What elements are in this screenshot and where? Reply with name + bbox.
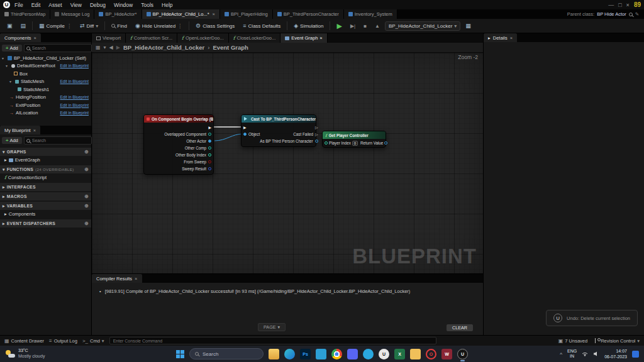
start-button[interactable]: [176, 350, 184, 358]
add-variable-icon[interactable]: [84, 203, 89, 209]
tab-construction-script[interactable]: Construction Scr...: [126, 33, 177, 43]
expander-icon[interactable]: [3, 221, 5, 226]
weather-widget[interactable]: 33°CMostly cloudy: [0, 348, 50, 359]
close-icon[interactable]: [510, 35, 513, 41]
close-icon[interactable]: [34, 35, 36, 41]
component-row-exitposition[interactable]: ExitPositionEdit in Blueprint: [0, 101, 91, 109]
from-sweep-pin[interactable]: [208, 160, 211, 163]
menu-asset[interactable]: Asset: [45, 1, 65, 9]
other-actor-pin[interactable]: [208, 140, 211, 143]
menu-view[interactable]: View: [67, 1, 86, 9]
node-get-player-controller[interactable]: Get Player Controller Player Index 0 Ret…: [322, 131, 386, 148]
diff-button[interactable]: Diff: [77, 21, 101, 30]
expander-icon[interactable]: [4, 211, 7, 217]
vscode-icon[interactable]: [316, 349, 326, 359]
graph-overview-icon[interactable]: [96, 45, 101, 50]
compile-options-icon[interactable]: [67, 23, 72, 29]
simulation-button[interactable]: Simulation: [291, 21, 326, 30]
other-body-index-pin[interactable]: [208, 153, 211, 156]
opera-icon[interactable]: [426, 349, 436, 359]
expander-icon[interactable]: [3, 194, 5, 199]
content-drawer-button[interactable]: Content Drawer: [4, 338, 44, 344]
tab-compiler-results[interactable]: Compiler Results: [92, 274, 142, 283]
edit-in-blueprint-link[interactable]: Edit in Blueprint: [60, 111, 89, 115]
stop-button[interactable]: [360, 22, 370, 30]
chrome-icon[interactable]: [331, 349, 342, 359]
tab-my-blueprint[interactable]: My Blueprint: [0, 126, 40, 134]
components-search[interactable]: [24, 44, 92, 52]
tab-bp-thirdpersoncharacter[interactable]: BP_ThirdPersonCharacter: [273, 9, 344, 19]
expander-icon[interactable]: [6, 63, 9, 68]
compile-button[interactable]: Compile: [36, 21, 75, 30]
graph-canvas[interactable]: Zoom -2 BLUEPRINT On Component Begin Ove…: [92, 53, 483, 273]
tab-inventory-system[interactable]: Inventory_System: [344, 9, 397, 19]
cmd-dropdown[interactable]: Cmd: [82, 338, 104, 344]
section-variables[interactable]: VARIABLES: [0, 202, 91, 210]
player-index-value[interactable]: 0: [352, 141, 358, 146]
close-icon[interactable]: [135, 276, 137, 282]
exec-out-pin[interactable]: [315, 126, 318, 129]
unsaved-button[interactable]: 7 Unsaved: [558, 338, 587, 344]
menu-help[interactable]: Help: [158, 1, 176, 9]
components-search-input[interactable]: [32, 46, 89, 50]
add-new-button[interactable]: Add: [2, 137, 22, 144]
epic-launcher-icon[interactable]: [379, 349, 389, 359]
class-defaults-button[interactable]: Class Defaults: [240, 21, 284, 30]
forward-icon[interactable]: [116, 45, 120, 50]
item-constructionscript[interactable]: ConstructionScript: [0, 173, 91, 182]
hide-unrelated-options-icon[interactable]: [177, 23, 182, 29]
item-eventgraph[interactable]: EventGraph: [0, 156, 91, 164]
parent-class-link[interactable]: BP Hide Actor: [597, 11, 626, 17]
expander-icon[interactable]: [3, 150, 5, 155]
expander-icon[interactable]: [9, 79, 13, 84]
breadcrumb-root[interactable]: BP_HideActor_Child_Locker: [123, 44, 204, 51]
tab-closelockerdoor[interactable]: CloseLockerDoo...: [229, 33, 280, 43]
expander-icon[interactable]: [3, 185, 5, 190]
hide-unrelated-button[interactable]: Hide Unrelated: [132, 21, 186, 30]
exec-in-pin[interactable]: [243, 126, 247, 129]
wifi-icon[interactable]: [582, 351, 588, 356]
edit-in-blueprint-link[interactable]: Edit in Blueprint: [60, 95, 89, 99]
browse-button[interactable]: [18, 21, 30, 30]
unreal-logo-icon[interactable]: [3, 1, 10, 8]
other-comp-pin[interactable]: [208, 146, 211, 150]
component-row-ailocation[interactable]: AILocationEdit in Blueprint: [0, 109, 91, 118]
expander-icon[interactable]: [3, 167, 5, 172]
revision-control-button[interactable]: Revision Control: [595, 338, 640, 344]
clock[interactable]: 14:0706-07-2023: [604, 348, 627, 359]
save-button[interactable]: [4, 21, 16, 30]
component-row-defaultsceneroot[interactable]: DefaultSceneRootEdit in Blueprint: [0, 62, 91, 70]
add-dispatcher-icon[interactable]: [84, 221, 89, 226]
as-character-pin[interactable]: [315, 140, 318, 143]
notifications-badge[interactable]: [632, 351, 639, 358]
play-button[interactable]: [333, 21, 345, 31]
edit-in-blueprint-link[interactable]: Edit in Blueprint: [60, 63, 89, 68]
exec-out-pin[interactable]: [208, 126, 211, 129]
excel-icon[interactable]: [394, 349, 405, 359]
component-row-staticmesh[interactable]: StaticMeshEdit in Blueprint: [0, 78, 91, 86]
component-row-self[interactable]: BP_HideActor_Child_Locker (Self): [0, 54, 91, 62]
frame-skip-button[interactable]: [347, 22, 358, 30]
unreal-engine-icon[interactable]: [457, 349, 468, 359]
hidden-icons-chevron[interactable]: ^: [560, 351, 562, 357]
menu-window[interactable]: Window: [110, 1, 136, 9]
close-icon[interactable]: [33, 128, 36, 133]
tab-bp-hideactor[interactable]: BP_HideActor*: [94, 9, 142, 19]
edit-in-blueprint-link[interactable]: Edit in Blueprint: [60, 79, 89, 84]
discord-icon[interactable]: [347, 349, 358, 359]
chevron-down-icon[interactable]: [104, 45, 106, 50]
tab-bpi-playerhiding[interactable]: BPI_PlayerHiding: [220, 9, 273, 19]
menu-tools[interactable]: Tools: [137, 1, 157, 9]
minimize-button[interactable]: [608, 2, 614, 8]
add-function-icon[interactable]: [84, 167, 89, 172]
cast-failed-pin[interactable]: [315, 133, 318, 136]
maximize-button[interactable]: [618, 2, 621, 8]
expander-icon[interactable]: [4, 157, 7, 163]
tab-openlockerdoor[interactable]: OpenLockerDoo...: [177, 33, 229, 43]
class-settings-button[interactable]: Class Settings: [192, 21, 238, 30]
component-row-hidingposition[interactable]: HidingPositionEdit in Blueprint: [0, 94, 91, 102]
add-graph-icon[interactable]: [84, 149, 89, 155]
edit-parent-icon[interactable]: [635, 11, 639, 17]
section-functions[interactable]: FUNCTIONS(24 OVERRIDABLE): [0, 165, 91, 173]
tab-message-log[interactable]: Message Log: [50, 9, 94, 19]
